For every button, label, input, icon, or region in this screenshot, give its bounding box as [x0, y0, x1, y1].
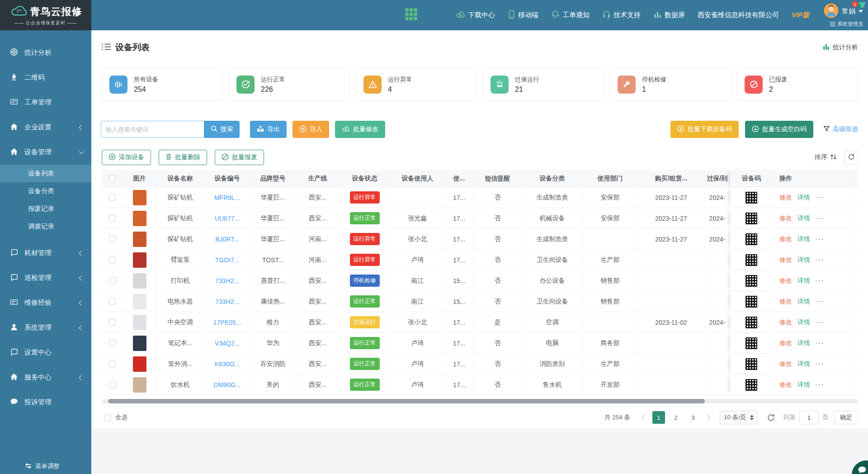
sidebar-item-stats[interactable]: 统计分析 [0, 40, 91, 65]
page-button-2[interactable]: 2 [670, 411, 682, 424]
detail-link[interactable]: 详情 [797, 339, 810, 347]
qr-code-image[interactable] [745, 233, 757, 245]
stat-card-abnormal[interactable]: 运行异常4 [356, 68, 477, 101]
qr-code-image[interactable] [745, 254, 757, 266]
nav-data-screen[interactable]: 数据屏 [653, 10, 685, 20]
nav-workorder-notice[interactable]: 工单通知 [551, 10, 590, 20]
sidebar-item-service[interactable]: 服务中心 [0, 365, 91, 390]
sidebar-subitem-transfer-record[interactable]: 调拨记录 [0, 218, 91, 235]
prev-page-button[interactable] [638, 412, 650, 423]
sidebar-item-device[interactable]: 设备管理 [0, 140, 91, 165]
device-thumbnail[interactable] [133, 252, 146, 268]
device-code-link[interactable]: 733H2... [215, 277, 239, 284]
device-thumbnail[interactable] [133, 190, 146, 205]
qr-code-image[interactable] [745, 192, 757, 204]
search-button[interactable]: 搜索 [204, 121, 240, 138]
next-page-button[interactable] [702, 412, 713, 423]
sidebar-item-consumables[interactable]: 耗材管理 [0, 241, 91, 265]
detail-link[interactable]: 详情 [797, 194, 810, 202]
device-thumbnail[interactable] [133, 211, 146, 226]
device-thumbnail[interactable] [133, 336, 146, 351]
company-name[interactable]: 西安雀维信息科技有限公司 [698, 11, 779, 19]
edit-link[interactable]: 修改 [779, 194, 792, 202]
row-checkbox[interactable] [109, 277, 116, 284]
more-actions-link[interactable]: ··· [816, 360, 825, 368]
row-checkbox[interactable] [109, 381, 116, 388]
batch-edit-button[interactable]: 批量修改 [335, 121, 385, 138]
sidebar-item-repair-exp[interactable]: 维修经验 [0, 290, 91, 315]
detail-link[interactable]: 详情 [797, 256, 810, 264]
detail-link[interactable]: 详情 [797, 318, 810, 327]
edit-link[interactable]: 修改 [779, 256, 792, 264]
edit-link[interactable]: 修改 [779, 214, 792, 223]
edit-link[interactable]: 修改 [779, 381, 792, 389]
detail-link[interactable]: 详情 [797, 381, 810, 389]
row-checkbox[interactable] [109, 298, 116, 305]
detail-link[interactable]: 详情 [797, 235, 810, 243]
detail-link[interactable]: 详情 [797, 277, 810, 285]
sidebar-subitem-device-list[interactable]: 设备列表 [0, 165, 91, 182]
nav-download-center[interactable]: 下载中心 [456, 10, 495, 21]
batch-generate-blank-codes-button[interactable]: 批量生成空白码 [745, 121, 813, 138]
more-actions-link[interactable]: ··· [816, 256, 825, 264]
sidebar-item-system[interactable]: 系统管理 [0, 315, 91, 340]
row-checkbox[interactable] [109, 340, 116, 346]
menu-adjust-button[interactable]: 菜单调整 [25, 462, 60, 470]
vip-badge[interactable]: VIP版 [792, 11, 809, 19]
edit-link[interactable]: 修改 [779, 235, 792, 243]
device-code-link[interactable]: MFR9L... [214, 194, 241, 201]
detail-link[interactable]: 详情 [797, 298, 810, 306]
refresh-list-icon[interactable] [767, 413, 775, 422]
qr-code-image[interactable] [745, 317, 757, 328]
batch-delete-button[interactable]: 批量删除 [159, 150, 207, 165]
stat-card-scrapped[interactable]: 已报废2 [737, 68, 858, 101]
device-thumbnail[interactable] [133, 356, 146, 372]
edit-link[interactable]: 修改 [779, 318, 792, 327]
batch-download-codes-button[interactable]: 批量下载设备码 [670, 121, 739, 138]
row-checkbox[interactable] [109, 319, 116, 326]
row-checkbox[interactable] [109, 215, 116, 222]
nav-tech-support[interactable]: 技术支持 [602, 10, 641, 20]
qr-code-image[interactable] [745, 379, 757, 391]
refresh-table-button[interactable] [844, 151, 858, 165]
qr-code-image[interactable] [745, 337, 757, 349]
qr-code-image[interactable] [745, 296, 757, 308]
edit-link[interactable]: 修改 [779, 298, 792, 306]
more-actions-link[interactable]: ··· [816, 277, 825, 284]
stat-card-maintenance[interactable]: 停机检修1 [610, 68, 731, 101]
select-all-header-checkbox[interactable] [109, 175, 116, 182]
more-actions-link[interactable]: ··· [816, 340, 825, 347]
edit-link[interactable]: 修改 [779, 339, 792, 347]
detail-link[interactable]: 详情 [797, 214, 810, 223]
more-actions-link[interactable]: ··· [816, 236, 825, 243]
more-actions-link[interactable]: ··· [816, 215, 825, 222]
import-button[interactable]: 导入 [292, 121, 329, 138]
sidebar-item-complaint[interactable]: 投诉管理 [0, 390, 91, 415]
row-checkbox[interactable] [109, 360, 116, 367]
corner-notification[interactable]: 1 [852, 1, 866, 10]
sidebar-item-inspection[interactable]: 巡检管理 [0, 265, 91, 290]
search-input[interactable] [101, 121, 204, 138]
qr-code-image[interactable] [745, 213, 757, 224]
device-code-link[interactable]: TGOI7... [215, 256, 240, 264]
more-actions-link[interactable]: ··· [816, 381, 825, 389]
more-actions-link[interactable]: ··· [816, 194, 825, 201]
device-thumbnail[interactable] [133, 232, 146, 247]
sidebar-item-settings[interactable]: 设置中心 [0, 340, 91, 365]
stat-card-all[interactable]: 所有设备254 [102, 68, 223, 101]
goto-page-input[interactable] [799, 411, 819, 424]
horizontal-scrollbar-thumb[interactable] [108, 399, 705, 403]
sort-toggle[interactable]: 排序 [815, 153, 837, 161]
stat-card-normal[interactable]: 运行正常226 [229, 68, 350, 101]
stats-analysis-link[interactable]: 统计分析 [822, 43, 858, 52]
row-checkbox[interactable] [109, 236, 116, 242]
qr-code-image[interactable] [745, 275, 757, 287]
confirm-goto-button[interactable]: 确定 [834, 411, 858, 424]
export-button[interactable]: 导出 [250, 121, 287, 138]
sidebar-subitem-device-category[interactable]: 设备分类 [0, 182, 91, 200]
advanced-filter-link[interactable]: 高级筛选 [823, 125, 858, 133]
sidebar-item-qrcode[interactable]: 二维码 [0, 65, 91, 90]
row-checkbox[interactable] [109, 256, 116, 263]
more-actions-link[interactable]: ··· [816, 319, 825, 326]
app-logo[interactable]: 青鸟云报修 —— 让企业维保更及时 —— [0, 0, 91, 30]
